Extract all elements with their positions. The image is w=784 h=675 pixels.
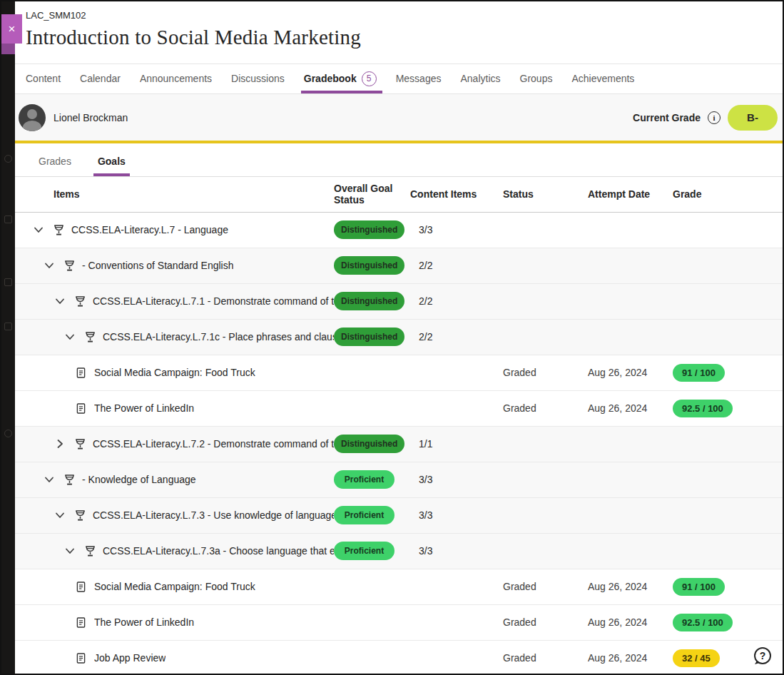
content-item-label[interactable]: The Power of LinkedIn (94, 616, 194, 628)
goal-row: CCSS.ELA-Literacy.L.7.1c - Place phrases… (15, 320, 783, 355)
goal-label: CCSS.ELA-Literacy.L.7.1c - Place phrases… (103, 331, 334, 342)
content-item-row: Social Media Campaign: Food TruckGradedA… (15, 569, 783, 605)
help-button[interactable]: ? (751, 645, 774, 668)
chevron-down-icon[interactable] (54, 509, 66, 521)
content-item-row: Job App ReviewGradedAug 26, 202432 / 45 (15, 641, 783, 674)
goal-trophy-icon (73, 437, 87, 451)
column-header-status: Status (503, 188, 588, 200)
goal-status-badge: Distinguished (334, 435, 404, 453)
course-header: LAC_SMM102 Introduction to Social Media … (15, 1, 783, 64)
close-button-fold (1, 44, 15, 54)
goal-status-badge: Proficient (334, 542, 394, 560)
gradebook-count-badge: 5 (362, 71, 377, 86)
close-panel-button[interactable]: × (1, 14, 22, 44)
content-items-count: 1/1 (410, 438, 503, 450)
background-icon (4, 430, 12, 437)
goal-row: CCSS.ELA-Literacy.L.7.3 - Use knowledge … (15, 498, 783, 534)
info-icon[interactable]: i (708, 111, 721, 124)
column-header-grade: Grade (673, 188, 783, 200)
goal-label: CCSS.ELA-Literacy.L.7 - Language (71, 224, 228, 235)
goal-label: - Conventions of Standard English (82, 260, 233, 271)
column-header-items: Items (15, 188, 334, 200)
tab-goals[interactable]: Goals (93, 156, 130, 176)
tab-grades[interactable]: Grades (34, 156, 76, 176)
tab-discussions[interactable]: Discussions (231, 64, 285, 94)
background-icon (4, 155, 12, 163)
goal-label: CCSS.ELA-Literacy.L.7.2 - Demonstrate co… (93, 438, 334, 450)
goal-status-badge: Distinguished (334, 256, 404, 275)
goal-label: - Knowledge of Language (82, 474, 196, 485)
tab-groups[interactable]: Groups (520, 64, 553, 94)
content-item-label[interactable]: Job App Review (94, 652, 166, 664)
content-item-label[interactable]: The Power of LinkedIn (94, 402, 194, 414)
content-items-count: 2/2 (410, 331, 503, 342)
document-icon (75, 581, 87, 593)
current-grade-pill[interactable]: B- (728, 105, 778, 131)
chevron-down-icon[interactable] (33, 224, 44, 235)
grade-pill[interactable]: 32 / 45 (673, 649, 720, 667)
gradebook-subtabs: Grades Goals (15, 143, 783, 177)
goal-label: CCSS.ELA-Literacy.L.7.1 - Demonstrate co… (93, 295, 334, 307)
background-icon (4, 323, 12, 330)
main-panel: LAC_SMM102 Introduction to Social Media … (15, 1, 783, 674)
chevron-down-icon[interactable] (44, 260, 55, 271)
goal-row: CCSS.ELA-Literacy.L.7.2 - Demonstrate co… (15, 427, 783, 462)
column-header-goal-status: Overall Goal Status (334, 183, 410, 205)
tab-achievements[interactable]: Achievements (571, 64, 634, 94)
goals-table-body: CCSS.ELA-Literacy.L.7 - LanguageDistingu… (15, 213, 783, 674)
content-item-label[interactable]: Social Media Campaign: Food Truck (94, 581, 255, 592)
tab-messages[interactable]: Messages (396, 64, 442, 94)
content-items-count: 3/3 (410, 545, 503, 557)
goal-status-badge: Distinguished (334, 220, 404, 239)
attempt-date-value: Aug 26, 2024 (588, 402, 673, 414)
goal-trophy-icon (63, 259, 76, 273)
grade-pill[interactable]: 92.5 / 100 (673, 400, 733, 417)
grade-pill[interactable]: 91 / 100 (673, 364, 725, 382)
tab-content[interactable]: Content (26, 64, 61, 94)
document-icon (75, 402, 87, 415)
document-icon (75, 652, 87, 664)
goal-status-badge: Proficient (334, 470, 394, 489)
content-item-row: The Power of LinkedInGradedAug 26, 20249… (15, 605, 783, 641)
column-header-content-items: Content Items (410, 188, 503, 200)
tab-calendar[interactable]: Calendar (80, 64, 121, 94)
chevron-right-icon[interactable] (54, 438, 66, 450)
chevron-down-icon[interactable] (54, 295, 66, 307)
goal-status-badge: Distinguished (334, 292, 404, 310)
course-id: LAC_SMM102 (26, 10, 783, 21)
chevron-down-icon[interactable] (64, 331, 76, 342)
grade-pill[interactable]: 92.5 / 100 (673, 614, 733, 631)
status-value: Graded (503, 616, 588, 628)
grade-pill[interactable]: 91 / 100 (673, 578, 725, 596)
content-items-count: 3/3 (410, 474, 503, 485)
content-item-label[interactable]: Social Media Campaign: Food Truck (94, 367, 255, 378)
attempt-date-value: Aug 26, 2024 (588, 367, 673, 378)
goal-trophy-icon (83, 330, 97, 344)
goal-row: CCSS.ELA-Literacy.L.7.3a - Choose langua… (15, 534, 783, 569)
tab-announcements[interactable]: Announcements (140, 64, 212, 94)
content-items-count: 2/2 (410, 260, 503, 271)
attempt-date-value: Aug 26, 2024 (588, 616, 673, 628)
background-sidebar (1, 1, 15, 674)
gradebook-window: × LAC_SMM102 Introduction to Social Medi… (0, 0, 784, 675)
goal-trophy-icon (63, 473, 76, 487)
tab-analytics[interactable]: Analytics (460, 64, 500, 94)
status-value: Graded (503, 402, 588, 414)
status-value: Graded (503, 367, 588, 378)
goal-row: - Conventions of Standard EnglishDisting… (15, 248, 783, 284)
chevron-down-icon[interactable] (64, 545, 76, 557)
attempt-date-value: Aug 26, 2024 (588, 652, 673, 664)
goal-trophy-icon (52, 223, 66, 237)
goal-label: CCSS.ELA-Literacy.L.7.3a - Choose langua… (103, 545, 334, 557)
current-grade-label: Current Grade (633, 112, 701, 123)
avatar-silhouette (27, 109, 37, 119)
content-items-count: 3/3 (410, 224, 503, 235)
status-value: Graded (503, 581, 588, 592)
tab-gradebook[interactable]: Gradebook 5 (304, 64, 377, 94)
avatar (19, 104, 46, 131)
content-items-count: 2/2 (410, 295, 503, 307)
student-banner: Lionel Brockman Current Grade i B- (15, 94, 783, 143)
goal-status-badge: Distinguished (334, 328, 404, 346)
chevron-down-icon[interactable] (44, 474, 55, 485)
goal-trophy-icon (73, 295, 87, 308)
